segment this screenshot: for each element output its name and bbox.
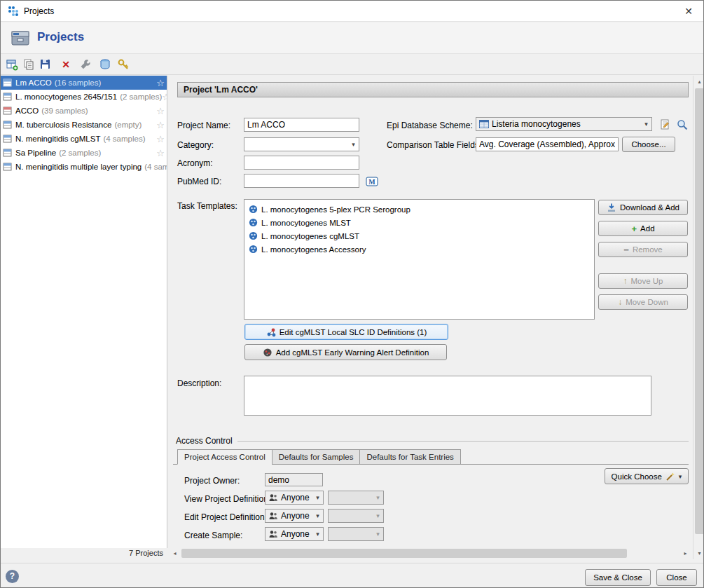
star-icon[interactable]: ☆ (156, 120, 165, 130)
project-name: ACCO (15, 107, 39, 115)
project-sample-count: (4 samples) (103, 135, 145, 143)
project-list-item[interactable]: Lm ACCO (16 samples) ☆ (1, 76, 167, 90)
save-close-label: Save & Close (593, 573, 642, 582)
comparison-fields-label: Comparison Table Fields: (387, 140, 481, 150)
project-list-item[interactable]: M. tuberculosis Resistance (empty) ☆ (1, 118, 167, 132)
star-icon[interactable]: ☆ (156, 78, 165, 88)
save-button[interactable] (38, 57, 53, 72)
access-control-tabs: Project Access Control Defaults for Samp… (177, 449, 461, 465)
toolbar: ✕ (1, 55, 703, 75)
task-template-icon (249, 245, 258, 254)
horizontal-scroll-thumb[interactable] (181, 549, 627, 558)
edit-project-definition-label: Edit Project Definition: (184, 512, 267, 522)
pubmed-input[interactable] (244, 174, 359, 188)
project-list-item[interactable]: N. meningitidis multiple layer typing (4… (1, 160, 167, 174)
people-icon (268, 512, 278, 520)
add-template-button[interactable]: + Add (598, 221, 688, 236)
tab-defaults-for-task-entries[interactable]: Defaults for Task Entries (359, 449, 460, 465)
project-list-item[interactable]: N. meningitidis cgMLST (4 samples) ☆ (1, 132, 167, 146)
project-name: N. meningitidis multiple layer typing (15, 163, 142, 171)
vertical-scroll-thumb[interactable] (695, 88, 704, 534)
chevron-down-icon: ▾ (312, 494, 323, 501)
minus-icon: − (623, 245, 629, 255)
view-scheme-button[interactable] (675, 117, 689, 132)
remove-template-button[interactable]: − Remove (598, 242, 688, 257)
svg-text:M: M (368, 178, 375, 186)
save-close-button[interactable]: Save & Close (585, 569, 651, 586)
category-label: Category: (177, 140, 214, 150)
vertical-scrollbar[interactable]: ▴ ▾ (693, 76, 704, 559)
star-icon[interactable]: ☆ (156, 106, 165, 116)
publish-button[interactable] (97, 57, 113, 72)
new-scheme-button[interactable] (658, 117, 672, 132)
project-list-item[interactable]: ACCO (39 samples) ☆ (1, 104, 167, 118)
download-add-button[interactable]: Download & Add (598, 200, 688, 215)
project-name-input[interactable] (244, 118, 359, 132)
choose-fields-button[interactable]: Choose... (622, 137, 675, 152)
permissions-button[interactable] (116, 57, 131, 72)
chevron-down-icon: ▾ (679, 473, 682, 480)
star-icon[interactable]: ☆ (162, 92, 167, 102)
epi-scheme-select[interactable]: Listeria monocytogenes ▾ (476, 117, 652, 131)
tab-defaults-for-samples[interactable]: Defaults for Samples (272, 449, 360, 465)
description-input[interactable] (244, 376, 651, 416)
project-sample-count: (2 samples) (120, 93, 162, 101)
star-icon[interactable]: ☆ (156, 148, 165, 158)
tools-button[interactable] (78, 57, 93, 72)
task-template-item[interactable]: L. monocytogenes cgMLST (246, 229, 593, 242)
create-sample-select[interactable]: Anyone ▾ (265, 527, 324, 541)
quick-choose-button[interactable]: Quick Choose ▾ (605, 468, 689, 484)
task-template-list[interactable]: L. monocytogenes 5-plex PCR Serogroup L.… (244, 199, 595, 320)
magic-wand-icon (665, 472, 675, 481)
help-button[interactable]: ? (6, 570, 19, 583)
move-down-label: Move Down (626, 298, 668, 306)
add-warning-alert-button[interactable]: Add cgMLST Early Warning Alert Definitio… (244, 344, 447, 360)
chevron-down-icon: ▾ (373, 512, 383, 519)
task-template-item[interactable]: L. monocytogenes 5-plex PCR Serogroup (246, 203, 593, 216)
bottom-bar: ? Save & Close Close (1, 563, 703, 588)
new-project-button[interactable] (4, 57, 20, 72)
pubmed-icon[interactable]: M (364, 174, 379, 189)
acronym-input[interactable] (244, 156, 359, 170)
project-icon (3, 121, 13, 130)
delete-project-button[interactable]: ✕ (58, 57, 74, 72)
project-sample-count: (39 samples) (41, 107, 88, 115)
chevron-down-icon: ▾ (373, 494, 383, 501)
task-template-item[interactable]: L. monocytogenes Accessory (246, 242, 593, 256)
move-up-button[interactable]: ↑ Move Up (598, 273, 688, 289)
chevron-down-icon: ▾ (312, 512, 323, 519)
page-title: Projects (37, 30, 84, 44)
arrow-up-icon: ↑ (623, 276, 627, 286)
close-window-button[interactable]: ✕ (674, 1, 703, 22)
move-down-button[interactable]: ↓ Move Down (598, 294, 688, 310)
project-icon (3, 135, 13, 144)
app-icon (8, 6, 19, 17)
page-header: Projects (1, 22, 703, 54)
view-project-definition-select[interactable]: Anyone ▾ (265, 491, 324, 505)
copy-project-button[interactable] (21, 57, 36, 72)
project-sample-count: (16 samples) (55, 78, 101, 87)
add-label: Add (640, 224, 654, 233)
horizontal-scrollbar[interactable]: ◂ ▸ (169, 547, 691, 559)
scheme-icon (479, 120, 489, 128)
edit-project-definition-select[interactable]: Anyone ▾ (265, 509, 324, 523)
project-name: M. tuberculosis Resistance (15, 121, 111, 129)
project-list: Lm ACCO (16 samples) ☆ L. monocytogenes … (1, 76, 167, 548)
task-template-item[interactable]: L. monocytogenes MLST (246, 216, 593, 229)
scroll-left-icon[interactable]: ◂ (169, 547, 181, 559)
tab-project-access-control[interactable]: Project Access Control (177, 449, 272, 465)
star-icon[interactable]: ☆ (156, 134, 165, 144)
edit-slc-definitions-button[interactable]: Edit cgMLST Local SLC ID Definitions (1) (244, 324, 448, 340)
scroll-right-icon[interactable]: ▸ (679, 547, 691, 559)
scroll-down-icon[interactable]: ▾ (693, 547, 704, 559)
project-list-item[interactable]: L. monocytogenes 2645/151 (2 samples) ☆ (1, 90, 167, 104)
scroll-up-icon[interactable]: ▴ (693, 76, 704, 88)
project-icon (3, 163, 13, 172)
create-sample-label: Create Sample: (184, 531, 242, 540)
close-button[interactable]: Close (656, 569, 697, 586)
panel-title: Project 'Lm ACCO' (177, 82, 689, 97)
access-control-section: Access Control (176, 436, 689, 446)
category-select[interactable]: ▾ (244, 137, 359, 151)
create-sample-group-select: ▾ (328, 527, 384, 541)
project-list-item[interactable]: Sa Pipeline (2 samples) ☆ (1, 146, 167, 160)
